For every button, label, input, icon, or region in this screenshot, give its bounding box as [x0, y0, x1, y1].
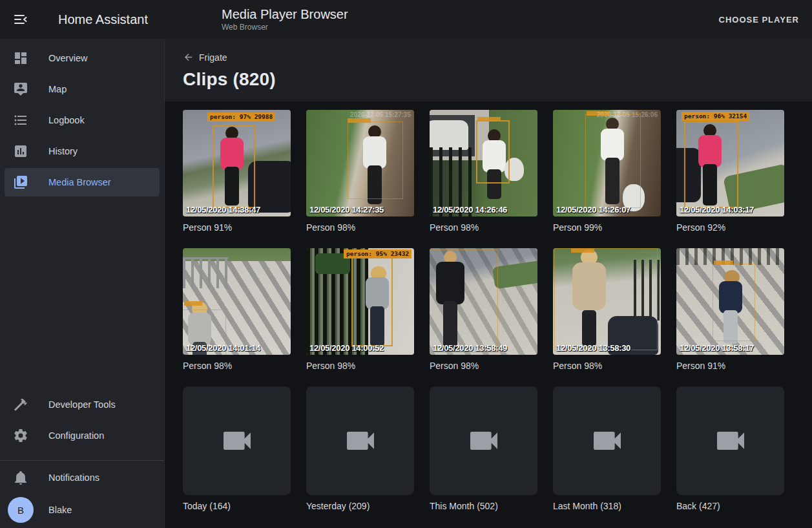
timestamp-overlay: 12/05/2020 14:00:52	[309, 343, 384, 353]
clip-card[interactable]: 2020-12-05 15:27:35 12/05/2020 14:27:35 …	[306, 110, 414, 233]
folder-caption: This Month (502)	[430, 501, 537, 511]
breadcrumb-back-link[interactable]: Frigate	[183, 52, 227, 63]
sidebar-bottom-section: Notifications B Blake	[0, 460, 164, 528]
gear-icon	[13, 428, 28, 443]
detection-box	[476, 120, 510, 184]
clip-card[interactable]: person: 96% 32154 12/05/2020 14:03:17 Pe…	[676, 110, 784, 233]
clip-caption: Person 99%	[553, 222, 661, 233]
panel-title-block: Media Player Browser Web Browser	[222, 6, 348, 32]
video-camera-icon	[342, 423, 379, 459]
folder-card-last-month[interactable]: Last Month (318)	[553, 386, 661, 511]
folder-thumbnail	[306, 386, 414, 495]
media-grid: person: 97% 29988 12/05/2020 14:38:47 Pe…	[165, 101, 812, 520]
timestamp-overlay: 12/05/2020 14:01:14	[186, 343, 260, 353]
clip-caption: Person 92%	[676, 222, 784, 233]
folder-caption: Last Month (318)	[553, 501, 661, 511]
topbar-main: Media Player Browser Web Browser CHOOSE …	[165, 0, 812, 39]
clip-card[interactable]: 2020-12-05 15:26:06 12/05/2020 14:26:07 …	[553, 110, 661, 233]
top-bar: Home Assistant Media Player Browser Web …	[0, 0, 812, 39]
detection-box	[351, 257, 393, 346]
folder-card-yesterday[interactable]: Yesterday (209)	[306, 386, 414, 511]
detection-box	[430, 249, 498, 353]
sidebar-item-notifications[interactable]: Notifications	[0, 463, 164, 494]
clip-card[interactable]: 12/05/2020 14:26:46 Person 98%	[430, 110, 537, 233]
map-account-icon	[13, 81, 28, 97]
folder-card-today[interactable]: Today (164)	[183, 386, 291, 511]
play-box-multiple-icon	[13, 174, 28, 190]
folder-card-this-month[interactable]: This Month (502)	[430, 386, 537, 511]
sidebar-toggle-button[interactable]	[13, 12, 28, 27]
clip-card[interactable]: 12/05/2020 13:58:49 Person 98%	[430, 248, 537, 371]
timestamp-overlay: 12/05/2020 14:26:07	[556, 205, 630, 215]
folder-caption: Yesterday (209)	[306, 501, 414, 511]
clip-thumbnail: 2020-12-05 15:27:35 12/05/2020 14:27:35	[306, 110, 414, 216]
app-title: Home Assistant	[58, 12, 148, 27]
sidebar-item-configuration[interactable]: Configuration	[0, 420, 164, 451]
camera-osd-overlay: 2020-12-05 15:26:06	[597, 111, 658, 118]
detection-tag-small	[571, 248, 594, 253]
folder-caption: Today (164)	[183, 501, 291, 511]
timestamp-overlay: 12/05/2020 14:38:47	[186, 205, 260, 215]
clip-thumbnail: 12/05/2020 13:58:30	[553, 248, 661, 355]
detection-box	[713, 264, 755, 341]
clip-thumbnail: person: 96% 32154 12/05/2020 14:03:17	[676, 110, 784, 216]
video-camera-icon	[219, 423, 255, 459]
clip-thumbnail: 12/05/2020 13:58:49	[430, 248, 537, 355]
folder-thumbnail	[553, 386, 661, 495]
folder-thumbnail	[183, 386, 291, 495]
detection-tag: person: 97% 29988	[207, 112, 275, 121]
timestamp-overlay: 12/05/2020 13:58:17	[680, 343, 754, 353]
clip-card[interactable]: 12/05/2020 14:01:14 Person 98%	[183, 248, 291, 371]
clip-thumbnail: 12/05/2020 14:01:14	[183, 248, 291, 355]
clip-card[interactable]: person: 95% 23432 12/05/2020 14:00:52 Pe…	[306, 248, 414, 371]
clip-card[interactable]: 12/05/2020 13:58:30 Person 98%	[553, 248, 661, 371]
clip-thumbnail: 12/05/2020 14:26:46	[430, 110, 537, 216]
dashboard-icon	[13, 50, 28, 66]
detection-tag-small	[477, 117, 501, 121]
clip-caption: Person 91%	[183, 222, 291, 233]
video-camera-icon	[589, 423, 625, 459]
clip-thumbnail: person: 95% 23432 12/05/2020 14:00:52	[306, 248, 414, 355]
sidebar-spacer	[0, 198, 164, 389]
sidebar-item-overview[interactable]: Overview	[0, 43, 164, 74]
sidebar-item-map[interactable]: Map	[0, 74, 164, 105]
clip-card[interactable]: person: 97% 29988 12/05/2020 14:38:47 Pe…	[183, 110, 291, 233]
clip-caption: Person 98%	[553, 361, 661, 371]
detection-tag-small	[184, 301, 202, 306]
arrow-left-icon	[183, 52, 194, 63]
clip-caption: Person 98%	[430, 361, 537, 371]
detection-box	[348, 121, 403, 199]
clip-thumbnail: 2020-12-05 15:26:06 12/05/2020 14:26:07	[553, 110, 661, 216]
panel-subtitle: Web Browser	[222, 22, 348, 32]
detection-box	[585, 114, 641, 208]
detection-box	[684, 121, 738, 208]
folder-thumbnail	[676, 386, 784, 495]
clip-thumbnail: 12/05/2020 13:58:17	[676, 248, 784, 355]
folder-thumbnail	[430, 386, 537, 495]
folder-caption: Back (427)	[676, 501, 784, 511]
gate-shape	[183, 257, 228, 288]
sidebar-item-user-profile[interactable]: B Blake	[0, 496, 164, 527]
sidebar-item-media-browser[interactable]: Media Browser	[0, 167, 164, 198]
clip-caption: Person 91%	[676, 361, 784, 371]
car-shape	[430, 120, 468, 150]
list-icon	[13, 112, 28, 128]
bell-icon	[13, 470, 28, 485]
clip-caption: Person 98%	[306, 222, 414, 233]
detection-tag-small	[348, 118, 371, 123]
detection-box	[554, 248, 658, 350]
clip-card[interactable]: 12/05/2020 13:58:17 Person 91%	[676, 248, 784, 371]
grass-shape	[492, 260, 537, 290]
sidebar-item-history[interactable]: History	[0, 136, 164, 167]
video-camera-icon	[466, 423, 502, 459]
choose-player-button[interactable]: CHOOSE PLAYER	[719, 15, 800, 25]
video-camera-icon	[713, 423, 749, 459]
timestamp-overlay: 12/05/2020 13:58:30	[556, 343, 630, 353]
menu-collapse-icon	[13, 12, 28, 27]
sidebar-item-logbook[interactable]: Logbook	[0, 105, 164, 136]
hammer-icon	[13, 397, 28, 412]
sidebar: Overview Map Logbook	[0, 39, 165, 528]
folder-card-back[interactable]: Back (427)	[676, 386, 784, 511]
sidebar-item-developer-tools[interactable]: Developer Tools	[0, 389, 164, 420]
clip-caption: Person 98%	[183, 361, 291, 371]
